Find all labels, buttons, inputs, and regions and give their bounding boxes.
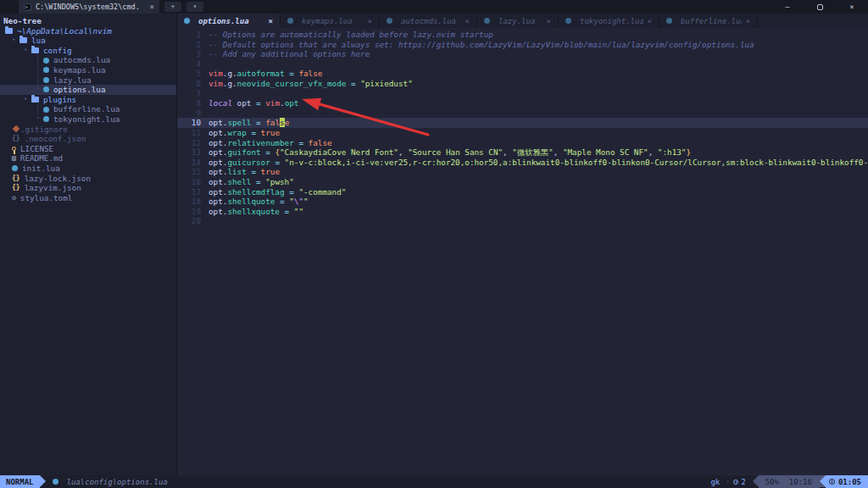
tree-item-keymaps-lua[interactable]: │keymaps.lua xyxy=(0,65,176,75)
tab-lazy-lua[interactable]: lazy.lua× xyxy=(477,14,559,28)
chevron-down-icon[interactable]: ▾ xyxy=(24,95,31,105)
tab-tokyonight-lua[interactable]: tokyonight.lua× xyxy=(559,14,659,28)
terminal-tab-title: C:\WINDOWS\system32\cmd. xyxy=(36,3,146,11)
line-number: 12 xyxy=(177,138,201,148)
tree-item--appdata-local-nvim[interactable]: ~\AppData\Local\nvim xyxy=(0,26,176,36)
syntax-segment: ":h13" xyxy=(658,147,687,157)
line-number: 11 xyxy=(177,128,201,138)
close-button[interactable]: × xyxy=(836,0,868,14)
code-text: opt.wrap = true xyxy=(201,128,280,138)
tree-item-lazy-lua[interactable]: │lazy.lua xyxy=(0,75,176,86)
bufferline: options.lua×keymaps.lua×autocmds.lua×laz… xyxy=(177,14,868,28)
maximize-button[interactable] xyxy=(804,0,836,14)
syntax-segment: "CaskaydiaCove Nerd Font" xyxy=(280,147,398,157)
syntax-segment: vim xyxy=(209,79,223,88)
syntax-segment: e xyxy=(285,118,290,127)
lazy-pending-count: 2 xyxy=(741,478,745,486)
new-tab-button[interactable]: + xyxy=(164,2,181,12)
code-line-2[interactable]: 2-- Default options that are always set:… xyxy=(177,40,868,50)
tab-close-icon[interactable]: × xyxy=(547,17,551,25)
tab-keymaps-lua[interactable]: keymaps.lua× xyxy=(281,14,380,28)
syntax-segment: opt. xyxy=(209,158,227,167)
powerline-separator xyxy=(820,475,826,487)
code-area[interactable]: 1-- Options are automatically loaded bef… xyxy=(177,28,868,475)
code-line-3[interactable]: 3-- Add any additional options here xyxy=(177,49,868,59)
tree-item-label: lazy-lock.json xyxy=(25,174,91,184)
tree-item-lazy-lock-json[interactable]: {}lazy-lock.json xyxy=(0,174,176,184)
tree-item-readme-md[interactable]: ▤README.md xyxy=(0,153,176,164)
syntax-segment: -- Default options that are always set: … xyxy=(209,40,754,49)
tree-item-label: lazy.lua xyxy=(53,75,92,86)
code-line-9[interactable]: 9 xyxy=(177,108,868,119)
code-text: -- Add any additional options here xyxy=(201,49,370,59)
code-line-16[interactable]: 16opt.shell = "pwsh" xyxy=(177,177,868,187)
statusline-filepath: lua\config\options.lua xyxy=(67,478,168,486)
neo-tree-title: Neo-tree xyxy=(0,16,176,26)
tab-options-lua[interactable]: options.lua× xyxy=(177,14,281,28)
tab-bufferline-lua[interactable]: bufferline.lua× xyxy=(659,14,758,28)
tree-item-label: .neoconf.json xyxy=(25,134,86,144)
line-number: 2 xyxy=(177,40,201,50)
syntax-segment: opt. xyxy=(209,138,227,147)
syntax-segment: shell xyxy=(227,177,251,186)
tree-item-config[interactable]: ▾config xyxy=(0,46,176,56)
tree-item-label: init.lua xyxy=(22,164,60,174)
code-line-5[interactable]: 5vim.g.autoformat = false xyxy=(177,69,868,79)
line-number: 10 xyxy=(177,118,201,128)
line-number: 8 xyxy=(177,98,201,108)
tree-item--gitignore[interactable]: .gitignore xyxy=(0,125,176,135)
tree-item--neoconf-json[interactable]: {}.neoconf.json xyxy=(0,134,176,144)
code-line-13[interactable]: 13opt.guifont = {"CaskaydiaCove Nerd Fon… xyxy=(177,147,868,158)
statusline: NORMAL lua\config\options.lua gk ‹ 2 50%… xyxy=(0,475,868,488)
code-line-7[interactable]: 7 xyxy=(177,89,868,99)
line-number: 1 xyxy=(177,30,201,40)
tab-close-icon[interactable]: × xyxy=(648,17,652,25)
tree-item-init-lua[interactable]: init.lua xyxy=(0,164,176,174)
tree-item-lua[interactable]: ▾lua xyxy=(0,36,176,46)
code-line-4[interactable]: 4 xyxy=(177,59,868,69)
code-line-6[interactable]: 6vim.g.neovide_cursor_vfx_mode = "pixied… xyxy=(177,79,868,89)
code-line-17[interactable]: 17opt.shellcmdflag = "-command" xyxy=(177,187,868,197)
tab-close-icon[interactable]: × xyxy=(150,3,154,11)
tree-item-license[interactable]: LICENSE xyxy=(0,144,176,154)
code-line-20[interactable]: 20 xyxy=(177,216,868,226)
tab-close-icon[interactable]: × xyxy=(269,17,273,25)
syntax-segment: true xyxy=(261,128,280,137)
code-line-14[interactable]: 14opt.guicursor = "n-v-c:block,i-ci-ve:v… xyxy=(177,158,868,168)
titlebar: >_ C:\WINDOWS\system32\cmd. × + ▾ – × xyxy=(0,0,868,14)
tree-item-bufferline-lua[interactable]: │bufferline.lua xyxy=(0,104,176,114)
code-line-18[interactable]: 18opt.shellquote = "\"" xyxy=(177,197,868,207)
tab-dropdown-button[interactable]: ▾ xyxy=(186,2,203,12)
code-line-10[interactable]: 10opt.spell = false xyxy=(177,118,868,128)
tree-item-stylua-toml[interactable]: ⚙stylua.toml xyxy=(0,193,176,203)
tab-autocmds-lua[interactable]: autocmds.lua× xyxy=(380,14,477,28)
chevron-down-icon[interactable]: ▾ xyxy=(12,36,19,46)
line-number: 7 xyxy=(177,89,201,99)
lua-file-icon xyxy=(484,18,490,24)
tree-item-autocmds-lua[interactable]: │autocmds.lua xyxy=(0,55,176,65)
json-icon: {} xyxy=(12,183,20,193)
tab-close-icon[interactable]: × xyxy=(368,17,372,25)
folder-icon xyxy=(5,28,13,34)
code-line-15[interactable]: 15opt.list = true xyxy=(177,167,868,177)
minimize-button[interactable]: – xyxy=(771,0,804,14)
tree-item-plugins[interactable]: ▾plugins xyxy=(0,95,176,105)
tab-close-icon[interactable]: × xyxy=(465,17,470,25)
syntax-segment: autoformat xyxy=(237,69,285,78)
tree-item-label: keymaps.lua xyxy=(53,65,106,75)
tree-item-tokyonight-lua[interactable]: └tokyonight.lua xyxy=(0,114,176,125)
tab-label: lazy.lua xyxy=(498,17,542,25)
main-area: Neo-tree ~\AppData\Local\nvim▾lua▾config… xyxy=(0,14,868,475)
tab-close-icon[interactable]: × xyxy=(746,17,750,25)
code-line-11[interactable]: 11opt.wrap = true xyxy=(177,128,868,138)
code-line-8[interactable]: 8local opt = vim.opt xyxy=(177,98,868,108)
syntax-segment: list xyxy=(227,167,246,176)
code-text: opt.guicursor = "n-v-c:block,i-ci-ve:ver… xyxy=(201,158,868,168)
code-line-19[interactable]: 19opt.shellxquote = "" xyxy=(177,207,868,217)
code-line-12[interactable]: 12opt.relativenumber = false xyxy=(177,138,868,148)
tree-item-options-lua[interactable]: └options.lua xyxy=(0,85,176,95)
terminal-tab[interactable]: >_ C:\WINDOWS\system32\cmd. × xyxy=(19,0,159,14)
chevron-down-icon[interactable]: ▾ xyxy=(24,46,31,56)
tree-item-lazyvim-json[interactable]: {}lazyvim.json xyxy=(0,183,176,193)
code-line-1[interactable]: 1-- Options are automatically loaded bef… xyxy=(177,30,868,40)
